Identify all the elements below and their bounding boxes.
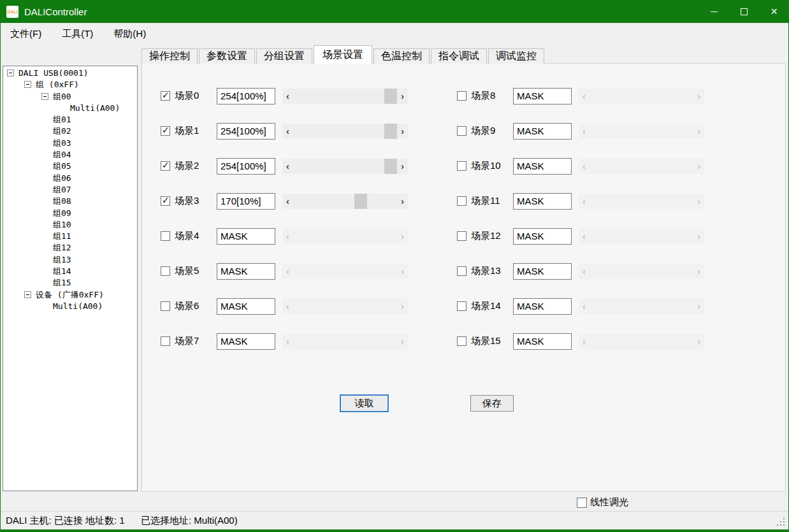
menu-item[interactable]: 文件(F) [4,25,48,43]
slider-left-arrow-icon[interactable]: ‹ [579,194,590,209]
tree-item[interactable]: 组 (0xFF) [3,79,137,90]
slider-left-arrow-icon[interactable]: ‹ [282,194,293,209]
tab-1[interactable]: 参数设置 [199,48,255,64]
scene-slider[interactable]: ‹› [579,264,704,279]
tree-item[interactable]: 组07 [3,184,137,196]
scene-slider[interactable]: ‹› [579,124,704,139]
tree-item[interactable]: 组15 [3,277,137,289]
scene-checkbox[interactable] [457,266,467,276]
tree-item[interactable]: 组06 [3,173,137,184]
scene-checkbox[interactable] [457,231,467,241]
slider-left-arrow-icon[interactable]: ‹ [282,89,293,104]
scene-checkbox[interactable] [457,301,467,311]
linear-dimming-checkbox[interactable] [577,498,587,508]
collapse-toggle-icon[interactable] [41,93,48,100]
tab-0[interactable]: 操作控制 [141,48,198,64]
tree-item[interactable]: 组10 [3,219,137,231]
tab-2[interactable]: 分组设置 [256,48,312,64]
scene-checkbox[interactable] [161,91,170,101]
scene-checkbox[interactable] [161,336,170,346]
tree-item[interactable]: 组02 [3,126,137,137]
scene-value-input[interactable] [513,228,572,245]
slider-right-arrow-icon[interactable]: › [693,264,704,279]
slider-left-arrow-icon[interactable]: ‹ [579,159,590,174]
scene-checkbox[interactable] [457,91,467,101]
slider-left-arrow-icon[interactable]: ‹ [579,89,590,104]
slider-thumb[interactable] [354,194,367,209]
tree-item[interactable]: 组12 [3,242,137,254]
scene-value-input[interactable] [513,263,572,280]
tree-item[interactable]: Multi(A00) [3,301,137,312]
slider-right-arrow-icon[interactable]: › [397,229,408,244]
slider-right-arrow-icon[interactable]: › [397,124,408,139]
slider-left-arrow-icon[interactable]: ‹ [579,264,590,279]
slider-right-arrow-icon[interactable]: › [397,299,408,314]
collapse-toggle-icon[interactable] [7,69,14,76]
scene-value-input[interactable] [513,123,572,140]
scene-value-input[interactable] [217,263,275,280]
scene-checkbox[interactable] [161,126,170,136]
menu-item[interactable]: 工具(T) [55,25,99,43]
scene-checkbox[interactable] [457,336,467,346]
minimize-button[interactable] [699,0,729,23]
scene-slider[interactable]: ‹› [282,89,408,104]
slider-right-arrow-icon[interactable]: › [397,89,408,104]
slider-right-arrow-icon[interactable]: › [693,229,704,244]
slider-left-arrow-icon[interactable]: ‹ [579,124,590,139]
slider-left-arrow-icon[interactable]: ‹ [282,334,293,349]
scene-slider[interactable]: ‹› [282,264,408,279]
scene-checkbox[interactable] [161,266,170,276]
close-button[interactable]: ✕ [759,0,789,23]
tree-item[interactable]: 组08 [3,196,137,207]
slider-right-arrow-icon[interactable]: › [693,159,704,174]
scene-slider[interactable]: ‹› [282,124,408,139]
tree-item[interactable]: 组01 [3,114,137,126]
scene-checkbox[interactable] [161,161,170,171]
scene-checkbox[interactable] [457,161,467,171]
scene-slider[interactable]: ‹› [579,159,704,174]
scene-checkbox[interactable] [161,196,170,206]
collapse-toggle-icon[interactable] [24,291,31,298]
save-button[interactable]: 保存 [470,395,514,412]
scene-value-input[interactable] [217,298,275,315]
scene-value-input[interactable] [513,193,572,210]
slider-right-arrow-icon[interactable]: › [693,299,704,314]
slider-left-arrow-icon[interactable]: ‹ [282,159,293,174]
tree-item[interactable]: 设备 (广播0xFF) [3,289,137,301]
slider-right-arrow-icon[interactable]: › [397,194,408,209]
scene-slider[interactable]: ‹› [579,89,704,104]
slider-thumb[interactable] [384,159,397,174]
slider-thumb[interactable] [384,124,397,139]
scene-slider[interactable]: ‹› [282,229,408,244]
slider-left-arrow-icon[interactable]: ‹ [579,334,590,349]
maximize-button[interactable] [729,0,759,23]
scene-slider[interactable]: ‹› [579,194,704,209]
slider-left-arrow-icon[interactable]: ‹ [579,229,590,244]
slider-right-arrow-icon[interactable]: › [693,124,704,139]
tree-item[interactable]: 组13 [3,254,137,266]
tree-item[interactable]: 组03 [3,138,137,149]
scene-checkbox[interactable] [457,196,467,206]
scene-slider[interactable]: ‹› [282,334,408,349]
slider-left-arrow-icon[interactable]: ‹ [282,299,293,314]
tree-item[interactable]: 组11 [3,231,137,242]
scene-slider[interactable]: ‹› [282,299,408,314]
scene-value-input[interactable] [513,298,572,315]
slider-right-arrow-icon[interactable]: › [397,264,408,279]
scene-checkbox[interactable] [457,126,467,136]
slider-left-arrow-icon[interactable]: ‹ [282,229,293,244]
collapse-toggle-icon[interactable] [24,81,31,88]
scene-value-input[interactable] [513,88,572,104]
slider-left-arrow-icon[interactable]: ‹ [282,124,293,139]
tab-5[interactable]: 指令调试 [431,48,487,64]
scene-value-input[interactable] [217,228,275,245]
scene-slider[interactable]: ‹› [282,194,408,209]
read-button[interactable]: 读取 [340,394,389,412]
scene-value-input[interactable] [217,193,275,210]
slider-thumb[interactable] [384,89,397,104]
scene-value-input[interactable] [217,88,275,104]
scene-checkbox[interactable] [161,231,170,241]
tree-item[interactable]: 组00 [3,91,137,103]
tree-item[interactable]: DALI USB(0001) [3,68,137,79]
tree-item[interactable]: 组04 [3,149,137,161]
